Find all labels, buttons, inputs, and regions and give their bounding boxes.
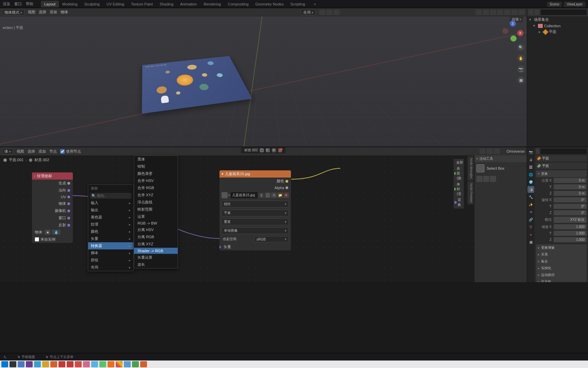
menu-help[interactable]: 帮助 — [26, 1, 33, 6]
workspace-tab[interactable]: Geometry Nodes — [252, 1, 287, 7]
object-props-tab[interactable]: ◨ — [527, 186, 534, 193]
open-image-button[interactable]: 📁 — [277, 193, 283, 198]
menu-window[interactable]: 窗口 — [14, 1, 22, 6]
output-socket[interactable] — [67, 202, 70, 205]
blender-taskbar-icon[interactable] — [108, 361, 114, 367]
chevron-down-icon[interactable]: ▾ — [476, 157, 478, 160]
submenu-item[interactable]: 合并 HSV — [134, 177, 178, 184]
ne-backdrop-icon[interactable] — [494, 149, 500, 154]
props-pin-icon[interactable] — [536, 149, 539, 154]
submenu-item[interactable]: 映射范围 — [134, 206, 178, 213]
workspace-tab[interactable]: Modeling — [59, 1, 81, 7]
taskbar-app-icon[interactable] — [75, 361, 82, 367]
output-socket[interactable] — [67, 217, 70, 219]
menu-item[interactable]: 群组▸ — [88, 257, 133, 264]
rot-z-field[interactable]: 0° — [554, 210, 587, 215]
n-panel-tab[interactable]: Node Preview — [468, 181, 474, 204]
vp-menu-object[interactable]: 物体 — [61, 10, 68, 15]
select-box-tool-icon[interactable] — [476, 164, 485, 172]
surface-input-socket[interactable] — [454, 172, 456, 175]
object-name-field[interactable] — [536, 155, 587, 162]
texture-props-tab[interactable]: ▦ — [527, 239, 534, 245]
output-socket[interactable] — [67, 189, 70, 192]
output-props-tab[interactable]: 🖨 — [527, 156, 534, 163]
render-props-tab[interactable]: 📷 — [527, 149, 534, 155]
unlink-icon[interactable]: ✕ — [272, 148, 276, 152]
material-props-tab[interactable]: ● — [527, 231, 534, 238]
object-picker[interactable]: ■ — [45, 230, 51, 235]
rotation-mode-dropdown[interactable]: XYZ 欧拉 — [554, 217, 587, 223]
rot-x-field[interactable]: 0° — [554, 197, 587, 202]
menu-item[interactable]: 转换器▸ — [88, 242, 133, 249]
disclosure-icon[interactable]: ▾ — [529, 17, 533, 22]
snap-toggle-icon[interactable] — [319, 10, 325, 15]
node-editor-type[interactable]: 体 ▾ — [2, 148, 13, 154]
taskbar-app-icon[interactable] — [124, 361, 131, 367]
data-name-input[interactable] — [542, 164, 585, 168]
outliner-scene-collection[interactable]: ▾ 场景集合 — [527, 16, 588, 23]
collections-header[interactable]: ▸集合 — [536, 258, 587, 265]
relations-header[interactable]: ▸关系 — [536, 251, 587, 258]
particle-props-tab[interactable]: ✨ — [527, 201, 534, 208]
submenu-item[interactable]: 波长 — [134, 261, 178, 268]
output-socket[interactable] — [67, 182, 70, 185]
physics-props-tab[interactable]: ⚛ — [527, 209, 534, 215]
object-name-input[interactable] — [542, 157, 585, 160]
menu-item[interactable]: 矢量▸ — [88, 235, 133, 242]
delta-transform-header[interactable]: ▸变换增量 — [536, 244, 587, 251]
collapse-icon[interactable]: ▾ — [34, 174, 36, 178]
outliner-filter-icon[interactable] — [535, 10, 539, 15]
modifier-props-tab[interactable]: 🔧 — [527, 194, 534, 200]
ne-menu-view[interactable]: 视图 — [17, 149, 24, 154]
menu-render[interactable]: 渲染 — [3, 1, 10, 6]
image-texture-node[interactable]: ▾儿童画系15.jpg 颜色 Alpha ▾ 儿童画系15.jpg 5 ◯ ⎘ … — [219, 170, 291, 250]
tool-option-icon[interactable] — [483, 176, 489, 182]
overlay-toggle-icon[interactable] — [483, 10, 489, 15]
xray-toggle-icon[interactable] — [490, 10, 496, 15]
motion-paths-header[interactable]: ▸运动路径 — [536, 272, 587, 278]
menu-item[interactable]: 输入▸ — [88, 199, 133, 206]
workspace-tab[interactable]: Shading — [156, 1, 177, 7]
world-props-tab[interactable]: 🌍 — [527, 179, 534, 185]
gizmo-x-axis[interactable]: X — [517, 30, 523, 36]
gizmo-toggle-icon[interactable] — [476, 10, 482, 15]
taskbar-app-icon[interactable] — [67, 361, 74, 367]
workspace-tab[interactable]: Texture Paint — [128, 1, 156, 7]
perspective-toggle-icon[interactable]: ▦ — [517, 76, 525, 84]
vector-input-socket[interactable] — [219, 246, 221, 248]
submenu-item[interactable]: 黑体 — [134, 156, 178, 163]
proportional-edit-icon[interactable] — [333, 10, 340, 15]
submenu-item[interactable]: 浮点曲线 — [134, 199, 178, 206]
image-users-count[interactable]: 5 — [258, 193, 264, 198]
color-output-socket[interactable] — [285, 180, 288, 183]
tool-option-icon[interactable] — [490, 176, 496, 182]
source-dropdown[interactable]: 单张图像▾ — [222, 227, 289, 234]
outliner-object[interactable]: ▸ 平面 — [527, 29, 588, 35]
workspace-tab[interactable]: Animation — [177, 1, 200, 7]
copy-icon[interactable]: ⎘ — [266, 148, 270, 152]
viewlayer-selector[interactable]: ViewLayer — [564, 2, 585, 7]
vp-menu-select[interactable]: 选择 — [39, 10, 46, 15]
new-image-button[interactable]: ⎘ — [271, 193, 277, 198]
image-name-field[interactable]: 儿童画系15.jpg — [231, 192, 258, 198]
shading-rendered-icon[interactable] — [519, 10, 525, 15]
menu-item[interactable]: 颜色▸ — [88, 228, 133, 235]
shading-matprev-icon[interactable] — [511, 10, 518, 15]
ne-overlay-icon[interactable] — [487, 149, 493, 154]
alpha-output-socket[interactable] — [285, 186, 288, 189]
chrome-taskbar-icon[interactable] — [116, 361, 122, 367]
taskbar-app-icon[interactable] — [10, 361, 16, 367]
loc-y-field[interactable]: 0 m — [554, 184, 587, 189]
start-button[interactable] — [1, 361, 8, 367]
gizmo-neg-axis[interactable] — [502, 28, 508, 34]
scale-y-field[interactable]: 1.000 — [554, 231, 587, 236]
menu-search-input[interactable] — [90, 193, 131, 199]
loc-z-field[interactable]: 0 m — [554, 191, 587, 196]
ne-menu-select[interactable]: 选择 — [28, 149, 35, 154]
vp-menu-add[interactable]: 添加 — [50, 10, 57, 15]
transform-orientation[interactable]: 全局 ▾ — [301, 9, 316, 15]
outliner-search-input[interactable] — [541, 10, 587, 15]
visibility-header[interactable]: ▸可见性 — [536, 278, 587, 282]
submenu-item[interactable]: 颜色渐变 — [134, 170, 178, 177]
use-nodes-checkbox[interactable]: 使用节点 — [60, 149, 81, 154]
